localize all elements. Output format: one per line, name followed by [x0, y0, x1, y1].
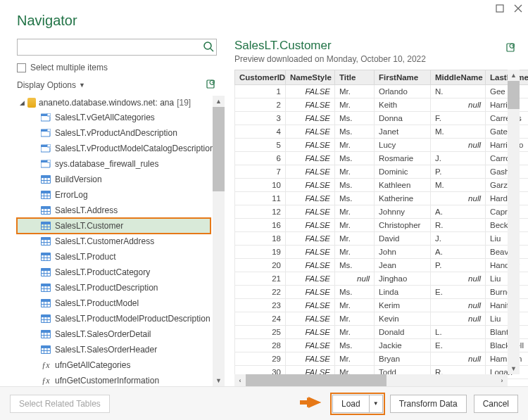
scroll-down-icon[interactable]: ▼ [213, 375, 225, 386]
table-cell: FALSE [286, 85, 335, 98]
table-cell: Orlando [375, 85, 431, 98]
tree-scrollbar-thumb[interactable] [213, 107, 225, 191]
table-cell: FALSE [286, 192, 335, 205]
close-icon[interactable] [514, 4, 522, 13]
svg-rect-24 [42, 176, 51, 178]
table-row[interactable]: 24FALSEMr.KevinnullLiu [235, 312, 529, 326]
tree-item-label: SalesLT.SalesOrderHeader [55, 345, 157, 355]
table-cell: Ms. [335, 152, 375, 165]
tree-item[interactable]: SalesLT.ProductModel [17, 295, 210, 311]
column-header[interactable]: Title [335, 70, 375, 85]
view-icon [41, 144, 51, 153]
tree-item[interactable]: SalesLT.ProductCategory [17, 265, 210, 280]
table-row[interactable]: 25FALSEMr.DonaldL.Blanton [235, 326, 529, 339]
table-row[interactable]: 16FALSEMr.ChristopherR.Beck [235, 219, 529, 232]
tree-scrollbar[interactable]: ▲ ▼ [213, 96, 225, 386]
table-cell: FALSE [286, 339, 335, 352]
table-row[interactable]: 10FALSEMs.KathleenM.Garza [235, 179, 529, 192]
chevron-down-icon: ▼ [373, 400, 379, 407]
tree-item[interactable]: ErrorLog [17, 187, 210, 203]
display-options-dropdown[interactable]: Display Options ▼ [17, 80, 85, 90]
preview-refresh-icon[interactable] [505, 42, 517, 55]
table-icon [41, 253, 51, 261]
view-icon [41, 160, 51, 168]
svg-point-1 [204, 42, 211, 49]
scroll-right-icon[interactable]: › [496, 374, 508, 386]
column-header[interactable]: NameStyle [286, 70, 335, 85]
table-cell: Beaver [486, 246, 529, 259]
table-row[interactable]: 20FALSEMs.JeanP.Handley [235, 259, 529, 272]
load-dropdown-button[interactable]: ▼ [369, 395, 383, 413]
tree-item-label: sys.database_firewall_rules [55, 159, 158, 169]
transform-data-button[interactable]: Transform Data [390, 395, 467, 413]
select-multiple-checkbox[interactable] [17, 63, 26, 72]
tree-item[interactable]: sys.database_firewall_rules [17, 156, 210, 172]
table-cell: Ms. [335, 286, 375, 299]
tree-item[interactable]: SalesLT.CustomerAddress [17, 234, 210, 249]
table-cell: Christopher [375, 219, 431, 232]
scroll-left-icon[interactable]: ‹ [234, 374, 246, 386]
grid-horizontal-thumb[interactable] [246, 374, 386, 386]
table-cell: 7 [235, 165, 286, 179]
table-cell: M. [431, 179, 486, 192]
table-row[interactable]: 7FALSEMr.DominicP.Gash [235, 165, 529, 179]
tree-item[interactable]: SalesLT.Address [17, 203, 210, 218]
table-cell: Bryan [375, 352, 431, 366]
grid-vertical-scrollbar[interactable]: ▲ ▼ [508, 70, 520, 374]
preview-title: SalesLT.Customer [234, 39, 426, 53]
table-cell: Mr. [335, 219, 375, 232]
refresh-icon[interactable] [206, 78, 217, 91]
grid-horizontal-scrollbar[interactable]: ‹ › [234, 374, 508, 386]
tree-item[interactable]: BuildVersion [17, 172, 210, 187]
tree-item[interactable]: SalesLT.Product [17, 249, 210, 265]
table-row[interactable]: 19FALSEMr.JohnA.Beaver [235, 246, 529, 259]
svg-rect-30 [42, 191, 51, 193]
table-row[interactable]: 1FALSEMr.OrlandoN.Gee [235, 85, 529, 98]
function-icon: ƒx [41, 360, 51, 371]
view-icon [41, 129, 51, 137]
tree-item[interactable]: SalesLT.ProductDescription [17, 280, 210, 295]
table-cell: Ms. [335, 259, 375, 272]
tree-item[interactable]: ƒxufnGetAllCategories [17, 357, 210, 373]
tree-item[interactable]: SalesLT.SalesOrderDetail [17, 326, 210, 342]
column-header[interactable]: FirstName [375, 70, 431, 85]
table-cell: FALSE [286, 125, 335, 139]
tree-item[interactable]: ƒxufnGetCustomerInformation [17, 373, 210, 388]
tree-item[interactable]: SalesLT.vProductModelCatalogDescription [17, 141, 210, 156]
tree-item[interactable]: SalesLT.Customer [17, 218, 210, 234]
tree-item[interactable]: SalesLT.vProductAndDescription [17, 125, 210, 141]
table-row[interactable]: 18FALSEMr.DavidJ.Liu [235, 232, 529, 246]
select-related-tables-button: Select Related Tables [10, 395, 110, 413]
table-row[interactable]: 4FALSEMs.JanetM.Gates [235, 125, 529, 139]
table-row[interactable]: 5FALSEMr.LucynullHarringto [235, 139, 529, 152]
search-input[interactable] [17, 39, 217, 56]
column-header[interactable]: LastName [486, 70, 529, 85]
load-button[interactable]: Load [332, 395, 369, 413]
table-row[interactable]: 11FALSEMs.KatherinenullHarding [235, 192, 529, 205]
column-header[interactable]: CustomerID [235, 70, 286, 85]
scroll-up-icon[interactable]: ▲ [213, 96, 225, 107]
scroll-up-icon[interactable]: ▲ [508, 70, 520, 81]
tree-root[interactable]: ◢ ananeto.database.windows.net: ana [19] [17, 96, 210, 110]
scroll-down-icon[interactable]: ▼ [508, 363, 520, 374]
table-icon [41, 222, 51, 230]
cancel-button[interactable]: Cancel [474, 395, 518, 413]
table-row[interactable]: 29FALSEMr.BryannullHamilton [235, 352, 529, 366]
tree-item[interactable]: SalesLT.SalesOrderHeader [17, 342, 210, 357]
table-row[interactable]: 3FALSEMs.DonnaF.Carreras [235, 112, 529, 125]
table-cell: FALSE [286, 246, 335, 259]
tree-item[interactable]: SalesLT.vGetAllCategories [17, 110, 210, 125]
table-cell: J. [431, 232, 486, 246]
tree-item[interactable]: SalesLT.ProductModelProductDescription [17, 311, 210, 326]
table-row[interactable]: 6FALSEMs.RosmarieJ.Carroll [235, 152, 529, 165]
table-row[interactable]: 22FALSEMs.LindaE.Burnett [235, 286, 529, 299]
table-row[interactable]: 21FALSEnullJinghaonullLiu [235, 272, 529, 286]
table-row[interactable]: 12FALSEMr.JohnnyA.Caprio [235, 205, 529, 219]
table-row[interactable]: 28FALSEMs.JackieE.Blackwell [235, 339, 529, 352]
column-header[interactable]: MiddleName [431, 70, 486, 85]
grid-vertical-thumb[interactable] [508, 81, 520, 109]
maximize-icon[interactable] [496, 4, 504, 13]
table-row[interactable]: 23FALSEMr.KerimnullHanif [235, 299, 529, 312]
search-icon[interactable] [203, 41, 214, 54]
table-row[interactable]: 2FALSEMr.KeithnullHarris [235, 98, 529, 112]
